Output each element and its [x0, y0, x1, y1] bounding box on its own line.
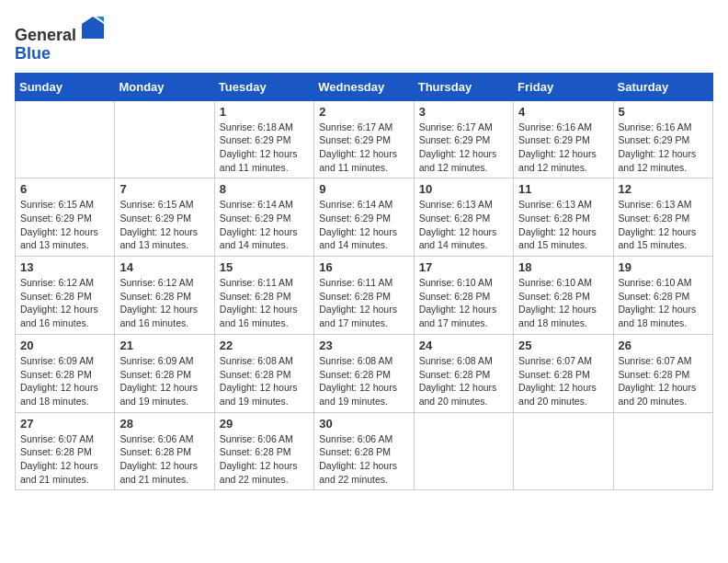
day-number: 13 [20, 260, 109, 274]
calendar-cell: 14Sunrise: 6:12 AM Sunset: 6:28 PM Dayli… [115, 257, 214, 335]
weekday-header-sunday: Sunday [16, 73, 115, 100]
calendar-cell: 17Sunrise: 6:10 AM Sunset: 6:28 PM Dayli… [414, 257, 513, 335]
calendar-cell: 18Sunrise: 6:10 AM Sunset: 6:28 PM Dayli… [514, 257, 613, 335]
day-number: 1 [220, 105, 309, 119]
calendar-cell: 12Sunrise: 6:13 AM Sunset: 6:28 PM Dayli… [613, 178, 712, 257]
day-number: 15 [220, 260, 309, 274]
day-number: 12 [619, 182, 708, 196]
day-info: Sunrise: 6:14 AM Sunset: 6:29 PM Dayligh… [220, 198, 309, 252]
day-info: Sunrise: 6:07 AM Sunset: 6:28 PM Dayligh… [518, 354, 608, 408]
day-number: 20 [20, 339, 109, 352]
day-number: 10 [419, 182, 508, 196]
day-number: 11 [518, 182, 608, 196]
calendar-cell: 26Sunrise: 6:07 AM Sunset: 6:28 PM Dayli… [613, 334, 712, 412]
weekday-header-friday: Friday [514, 73, 613, 100]
day-number: 3 [419, 105, 508, 119]
day-info: Sunrise: 6:17 AM Sunset: 6:29 PM Dayligh… [319, 121, 408, 175]
calendar-cell: 29Sunrise: 6:06 AM Sunset: 6:28 PM Dayli… [214, 412, 313, 490]
day-number: 29 [220, 417, 309, 431]
calendar-cell [16, 100, 115, 178]
weekday-header-row: SundayMondayTuesdayWednesdayThursdayFrid… [16, 73, 713, 100]
day-number: 23 [319, 339, 408, 352]
day-number: 19 [619, 260, 708, 274]
day-number: 28 [119, 417, 209, 431]
day-info: Sunrise: 6:16 AM Sunset: 6:29 PM Dayligh… [619, 121, 708, 175]
day-info: Sunrise: 6:18 AM Sunset: 6:29 PM Dayligh… [220, 121, 309, 175]
day-number: 27 [20, 417, 109, 431]
calendar-cell: 4Sunrise: 6:16 AM Sunset: 6:29 PM Daylig… [514, 100, 613, 178]
day-info: Sunrise: 6:11 AM Sunset: 6:28 PM Dayligh… [319, 276, 408, 330]
weekday-header-saturday: Saturday [613, 73, 712, 100]
day-number: 21 [119, 339, 209, 352]
logo-blue-text: Blue [15, 44, 51, 63]
weekday-header-wednesday: Wednesday [314, 73, 414, 100]
day-info: Sunrise: 6:17 AM Sunset: 6:29 PM Dayligh… [419, 121, 508, 175]
day-number: 25 [518, 339, 608, 352]
calendar-table: SundayMondayTuesdayWednesdayThursdayFrid… [15, 73, 713, 491]
day-info: Sunrise: 6:06 AM Sunset: 6:28 PM Dayligh… [119, 432, 209, 487]
page-header: General Blue [15, 15, 713, 63]
day-number: 6 [20, 182, 109, 196]
day-info: Sunrise: 6:12 AM Sunset: 6:28 PM Dayligh… [20, 276, 109, 330]
day-number: 30 [319, 417, 408, 431]
day-number: 9 [319, 182, 408, 196]
calendar-cell: 21Sunrise: 6:09 AM Sunset: 6:28 PM Dayli… [115, 334, 214, 412]
calendar-cell: 5Sunrise: 6:16 AM Sunset: 6:29 PM Daylig… [613, 100, 712, 178]
day-info: Sunrise: 6:11 AM Sunset: 6:28 PM Dayligh… [220, 276, 309, 330]
day-info: Sunrise: 6:16 AM Sunset: 6:29 PM Dayligh… [518, 121, 608, 175]
day-info: Sunrise: 6:13 AM Sunset: 6:28 PM Dayligh… [419, 198, 508, 252]
calendar-cell: 22Sunrise: 6:08 AM Sunset: 6:28 PM Dayli… [214, 334, 313, 412]
calendar-cell [414, 412, 513, 490]
day-info: Sunrise: 6:09 AM Sunset: 6:28 PM Dayligh… [20, 354, 109, 408]
day-number: 16 [319, 260, 408, 274]
weekday-header-thursday: Thursday [414, 73, 513, 100]
day-number: 4 [518, 105, 608, 119]
calendar-cell: 11Sunrise: 6:13 AM Sunset: 6:28 PM Dayli… [514, 178, 613, 257]
calendar-cell: 28Sunrise: 6:06 AM Sunset: 6:28 PM Dayli… [115, 412, 214, 490]
day-number: 24 [419, 339, 508, 352]
calendar-cell: 16Sunrise: 6:11 AM Sunset: 6:28 PM Dayli… [314, 257, 414, 335]
calendar-cell: 9Sunrise: 6:14 AM Sunset: 6:29 PM Daylig… [314, 178, 414, 257]
calendar-cell: 20Sunrise: 6:09 AM Sunset: 6:28 PM Dayli… [16, 334, 115, 412]
calendar-cell: 27Sunrise: 6:07 AM Sunset: 6:28 PM Dayli… [16, 412, 115, 490]
day-info: Sunrise: 6:08 AM Sunset: 6:28 PM Dayligh… [419, 354, 508, 408]
day-number: 18 [518, 260, 608, 274]
calendar-cell: 10Sunrise: 6:13 AM Sunset: 6:28 PM Dayli… [414, 178, 513, 257]
calendar-cell: 1Sunrise: 6:18 AM Sunset: 6:29 PM Daylig… [214, 100, 313, 178]
calendar-week-row: 27Sunrise: 6:07 AM Sunset: 6:28 PM Dayli… [16, 412, 713, 490]
day-info: Sunrise: 6:10 AM Sunset: 6:28 PM Dayligh… [518, 276, 608, 330]
svg-marker-0 [82, 17, 104, 39]
logo-icon [80, 15, 106, 40]
day-number: 26 [619, 339, 708, 352]
day-info: Sunrise: 6:06 AM Sunset: 6:28 PM Dayligh… [319, 432, 408, 487]
calendar-cell [115, 100, 214, 178]
calendar-week-row: 1Sunrise: 6:18 AM Sunset: 6:29 PM Daylig… [16, 100, 713, 178]
day-info: Sunrise: 6:12 AM Sunset: 6:28 PM Dayligh… [119, 276, 209, 330]
calendar-week-row: 6Sunrise: 6:15 AM Sunset: 6:29 PM Daylig… [16, 178, 713, 257]
day-number: 5 [619, 105, 708, 119]
day-number: 22 [220, 339, 309, 352]
calendar-cell: 15Sunrise: 6:11 AM Sunset: 6:28 PM Dayli… [214, 257, 313, 335]
day-info: Sunrise: 6:14 AM Sunset: 6:29 PM Dayligh… [319, 198, 408, 252]
calendar-cell [613, 412, 712, 490]
day-info: Sunrise: 6:13 AM Sunset: 6:28 PM Dayligh… [518, 198, 608, 252]
day-number: 2 [319, 105, 408, 119]
calendar-cell: 19Sunrise: 6:10 AM Sunset: 6:28 PM Dayli… [613, 257, 712, 335]
weekday-header-tuesday: Tuesday [214, 73, 313, 100]
calendar-cell: 24Sunrise: 6:08 AM Sunset: 6:28 PM Dayli… [414, 334, 513, 412]
calendar-cell: 13Sunrise: 6:12 AM Sunset: 6:28 PM Dayli… [16, 257, 115, 335]
day-number: 14 [119, 260, 209, 274]
day-info: Sunrise: 6:07 AM Sunset: 6:28 PM Dayligh… [20, 432, 109, 487]
day-number: 7 [119, 182, 209, 196]
logo: General Blue [15, 15, 106, 63]
calendar-cell: 30Sunrise: 6:06 AM Sunset: 6:28 PM Dayli… [314, 412, 414, 490]
day-info: Sunrise: 6:10 AM Sunset: 6:28 PM Dayligh… [419, 276, 508, 330]
day-info: Sunrise: 6:10 AM Sunset: 6:28 PM Dayligh… [619, 276, 708, 330]
day-info: Sunrise: 6:15 AM Sunset: 6:29 PM Dayligh… [20, 198, 109, 252]
calendar-cell: 25Sunrise: 6:07 AM Sunset: 6:28 PM Dayli… [514, 334, 613, 412]
calendar-cell [514, 412, 613, 490]
day-info: Sunrise: 6:09 AM Sunset: 6:28 PM Dayligh… [119, 354, 209, 408]
calendar-week-row: 13Sunrise: 6:12 AM Sunset: 6:28 PM Dayli… [16, 257, 713, 335]
weekday-header-monday: Monday [115, 73, 214, 100]
day-info: Sunrise: 6:08 AM Sunset: 6:28 PM Dayligh… [319, 354, 408, 408]
